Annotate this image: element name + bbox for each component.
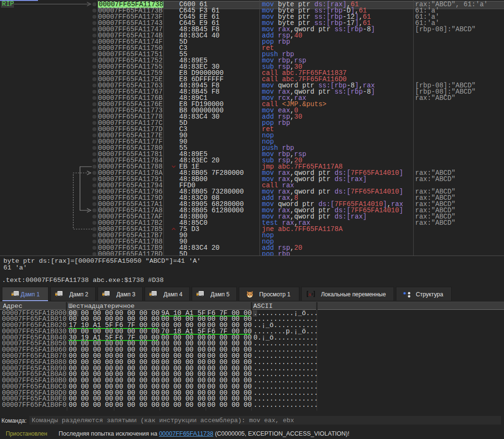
- svg-text:x: x: [308, 291, 311, 297]
